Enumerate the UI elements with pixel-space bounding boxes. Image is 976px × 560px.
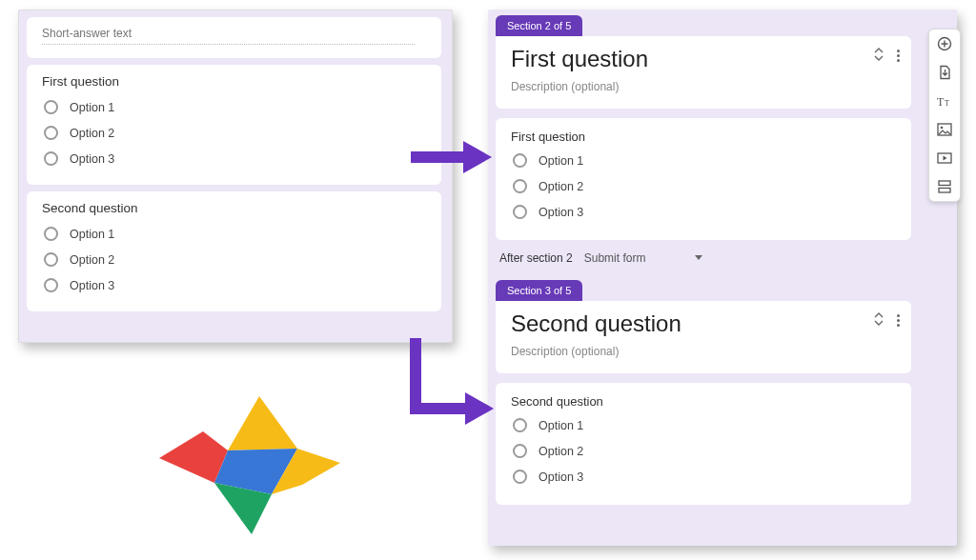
question-card[interactable]: Second question Option 1 Option 2 Option…: [496, 383, 911, 505]
add-image-button[interactable]: [934, 121, 955, 138]
option-row[interactable]: Option 3: [44, 278, 426, 292]
import-questions-button[interactable]: [934, 64, 955, 81]
svg-rect-8: [411, 151, 463, 163]
add-question-button[interactable]: [934, 35, 955, 52]
after-section-select[interactable]: Submit form: [584, 251, 703, 265]
option-label: Option 1: [539, 419, 583, 432]
svg-rect-6: [939, 181, 950, 186]
section-description[interactable]: Description (optional): [511, 345, 896, 358]
svg-point-4: [941, 127, 944, 130]
collapse-icon[interactable]: [874, 48, 884, 62]
section-badge: Section 2 of 5: [496, 15, 582, 36]
option-label: Option 3: [539, 206, 583, 219]
option-label: Option 3: [539, 470, 583, 484]
caret-down-icon: [695, 255, 702, 260]
radio-icon: [44, 227, 58, 241]
svg-rect-10: [410, 403, 465, 414]
radio-icon: [44, 126, 58, 140]
option-label: Option 3: [70, 279, 114, 292]
option-label: Option 1: [539, 154, 583, 168]
question-title: Second question: [511, 394, 896, 409]
radio-icon: [513, 418, 527, 432]
radio-icon: [513, 444, 527, 458]
section-title[interactable]: Second question: [511, 310, 896, 337]
radio-icon: [44, 100, 58, 114]
radio-icon: [513, 470, 527, 484]
option-row[interactable]: Option 1: [44, 227, 426, 241]
option-row[interactable]: Option 1: [44, 100, 426, 114]
question-card[interactable]: First question Option 1 Option 2 Option …: [496, 118, 911, 240]
radio-icon: [513, 179, 527, 193]
radio-icon: [44, 252, 58, 267]
floating-toolbar: TT: [928, 29, 961, 202]
option-label: Option 1: [70, 228, 114, 241]
after-section-row: After section 2 Submit form: [499, 251, 907, 265]
right-form-panel: Section 2 of 5 First question Descriptio…: [488, 10, 957, 546]
short-answer-input[interactable]: [42, 23, 415, 45]
option-row[interactable]: Option 2: [513, 444, 896, 458]
add-section-button[interactable]: [934, 178, 955, 195]
svg-text:T: T: [945, 99, 949, 108]
after-section-label: After section 2: [499, 251, 573, 265]
option-label: Option 3: [70, 152, 114, 166]
option-row[interactable]: Option 1: [513, 153, 896, 168]
option-row[interactable]: Option 2: [44, 252, 426, 267]
arrow-icon: [411, 141, 492, 173]
section-header-card[interactable]: First question Description (optional): [496, 36, 911, 109]
section-title[interactable]: First question: [511, 46, 896, 72]
radio-icon: [513, 205, 527, 219]
left-form-panel: First question Option 1 Option 2 Option …: [18, 10, 453, 343]
question-title: First question: [42, 74, 426, 89]
more-icon[interactable]: [897, 48, 900, 62]
option-row[interactable]: Option 3: [513, 470, 896, 484]
question-card-1[interactable]: First question Option 1 Option 2 Option …: [27, 65, 441, 185]
option-label: Option 1: [70, 101, 114, 114]
add-video-button[interactable]: [934, 150, 955, 167]
bird-logo-icon: [159, 391, 340, 534]
section-header-card[interactable]: Second question Description (optional): [496, 301, 911, 373]
option-label: Option 2: [539, 445, 583, 458]
section-badge: Section 3 of 5: [496, 280, 582, 301]
option-row[interactable]: Option 2: [513, 179, 896, 193]
question-card-2[interactable]: Second question Option 1 Option 2 Option…: [27, 191, 441, 311]
svg-marker-12: [159, 431, 228, 483]
option-row[interactable]: Option 3: [44, 151, 426, 166]
question-title: Second question: [42, 201, 426, 215]
svg-marker-11: [228, 396, 297, 450]
after-section-value: Submit form: [584, 251, 646, 265]
svg-text:T: T: [937, 95, 945, 108]
short-answer-card: [27, 17, 441, 58]
svg-rect-7: [939, 189, 950, 193]
radio-icon: [513, 153, 527, 168]
section-description[interactable]: Description (optional): [511, 80, 896, 93]
question-title: First question: [511, 130, 896, 144]
more-icon[interactable]: [897, 312, 900, 327]
option-row[interactable]: Option 1: [513, 418, 896, 432]
option-label: Option 2: [70, 253, 114, 267]
radio-icon: [44, 151, 58, 166]
option-row[interactable]: Option 3: [513, 205, 896, 219]
arrow-l-icon: [400, 338, 496, 433]
add-title-button[interactable]: TT: [934, 92, 955, 110]
option-row[interactable]: Option 2: [44, 126, 426, 140]
option-label: Option 2: [539, 180, 583, 193]
collapse-icon[interactable]: [874, 312, 884, 327]
radio-icon: [44, 278, 58, 292]
svg-rect-9: [410, 338, 421, 409]
option-label: Option 2: [70, 127, 114, 140]
